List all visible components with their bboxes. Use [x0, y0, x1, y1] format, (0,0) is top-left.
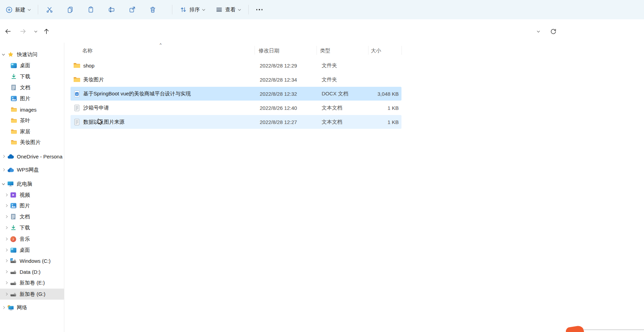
arrow-up-icon	[43, 28, 50, 35]
chevron-right-icon[interactable]	[2, 155, 5, 158]
sidebar-item-new-volume-g[interactable]: 新加卷 (G:)	[0, 289, 68, 300]
sidebar-item-quick-access[interactable]: 快速访问	[0, 49, 65, 60]
sidebar-item-label: 新加卷 (E:)	[20, 280, 45, 286]
new-button[interactable]: 新建	[3, 3, 33, 16]
desktop-icon	[10, 62, 17, 69]
navigation-pane: 快速访问 桌面 下载 文档 图片 images 茶叶 家居 美妆图片	[0, 43, 64, 332]
sidebar-item-label: 视频	[20, 192, 30, 198]
chevron-down-icon	[34, 29, 37, 32]
file-row-selected[interactable]: W 基于SpringBoot vue的美妆商城平台设计与实现 2022/8/28…	[71, 87, 401, 101]
chevron-right-icon[interactable]	[5, 238, 8, 240]
sidebar-item-label: 图片	[20, 95, 30, 102]
forward-button[interactable]	[17, 25, 29, 37]
share-button[interactable]	[126, 3, 138, 16]
file-date: 2022/8/28 12:32	[260, 87, 297, 101]
sidebar-item-desktop-pinned[interactable]: 桌面	[0, 60, 74, 71]
download-icon	[10, 73, 17, 80]
chevron-right-icon[interactable]	[5, 215, 8, 218]
folder-icon	[10, 139, 17, 146]
copy-button[interactable]	[64, 3, 76, 16]
chevron-right-icon[interactable]	[2, 168, 5, 171]
sidebar-item-downloads[interactable]: 下载	[0, 222, 68, 233]
column-separator[interactable]	[255, 46, 255, 55]
file-type: DOCX 文档	[322, 87, 348, 101]
view-lines-icon	[216, 6, 223, 13]
sidebar-item-label: OneDrive - Persona	[17, 154, 63, 159]
onedrive-cloud-icon	[7, 153, 14, 160]
sidebar-item-new-volume-e[interactable]: 新加卷 (E:)	[0, 277, 68, 288]
chevron-right-icon[interactable]	[5, 270, 8, 273]
sidebar-item-beauty-pictures[interactable]: 美妆图片	[0, 137, 74, 148]
paste-button[interactable]	[85, 3, 97, 16]
refresh-icon	[550, 28, 557, 35]
sidebar-item-home-furnishing[interactable]: 家居	[0, 126, 74, 137]
cut-button[interactable]	[43, 3, 56, 16]
file-name: 美妆图片	[83, 76, 104, 83]
chevron-right-icon[interactable]	[5, 249, 8, 251]
view-button[interactable]: 查看	[213, 3, 244, 16]
sidebar-item-this-pc[interactable]: 此电脑	[0, 178, 65, 189]
sort-button[interactable]: 排序	[177, 3, 208, 16]
column-header-name[interactable]: 名称	[82, 48, 93, 54]
file-type: 文本文档	[322, 101, 342, 115]
chevron-down-icon[interactable]	[2, 182, 5, 185]
chevron-right-icon[interactable]	[5, 293, 8, 295]
sidebar-item-documents[interactable]: 文档	[0, 211, 68, 222]
address-dropdown-button[interactable]	[533, 25, 544, 37]
plus-circle-icon	[6, 7, 12, 13]
sidebar-item-music[interactable]: ♪ 音乐	[0, 234, 68, 245]
sidebar-item-downloads-pinned[interactable]: 下载	[0, 71, 74, 82]
sidebar-item-onedrive[interactable]: OneDrive - Persona	[0, 151, 65, 162]
sidebar-item-videos[interactable]: 视频	[0, 189, 68, 200]
column-separator[interactable]	[401, 46, 402, 55]
file-row[interactable]: 沙箱号申请 2022/8/26 12:40 文本文档 1 KB	[71, 101, 401, 115]
sort-ascending-caret-icon: ^	[160, 43, 162, 47]
refresh-button[interactable]	[548, 25, 559, 37]
sidebar-item-tea[interactable]: 茶叶	[0, 115, 74, 126]
chevron-right-icon[interactable]	[5, 259, 8, 262]
folder-icon	[10, 128, 17, 135]
word-document-icon: W	[73, 90, 80, 97]
chevron-down-icon[interactable]	[2, 52, 5, 55]
sidebar-item-data-d[interactable]: Data (D:)	[0, 266, 68, 277]
more-options-button[interactable]	[253, 3, 266, 16]
sidebar-item-windows-c[interactable]: Windows (C:)	[0, 255, 68, 266]
column-header-size[interactable]: 大小	[371, 48, 381, 54]
column-header-date[interactable]: 修改日期	[259, 48, 279, 54]
sidebar-item-desktop[interactable]: 桌面	[0, 245, 68, 256]
column-header-type[interactable]: 类型	[320, 48, 330, 54]
back-button[interactable]	[2, 25, 14, 37]
column-separator[interactable]	[368, 46, 368, 55]
chevron-down-icon	[202, 8, 205, 10]
sidebar-item-label: 桌面	[20, 62, 30, 69]
recent-locations-button[interactable]	[32, 25, 40, 37]
sidebar-item-wps-cloud[interactable]: WPS网盘	[0, 164, 65, 175]
file-row[interactable]: shop 2022/8/28 12:29 文件夹	[71, 59, 401, 72]
chevron-right-icon[interactable]	[5, 281, 8, 284]
sidebar-item-pictures-pinned[interactable]: 图片	[0, 93, 74, 104]
file-date: 2022/8/28 12:27	[260, 115, 297, 129]
sidebar-item-images[interactable]: images	[0, 104, 74, 115]
file-row-hovered[interactable]: 数据以及图片来源 2022/8/28 12:27 文本文档 1 KB	[71, 115, 401, 129]
sidebar-item-label: images	[20, 107, 36, 113]
sidebar-item-label: WPS网盘	[17, 167, 39, 173]
chevron-right-icon[interactable]	[2, 306, 5, 309]
sidebar-item-pictures[interactable]: 图片	[0, 200, 68, 211]
column-separator[interactable]	[316, 46, 317, 55]
share-icon	[128, 6, 136, 13]
chevron-right-icon[interactable]	[5, 194, 8, 196]
sidebar-item-network[interactable]: 网络	[0, 302, 65, 313]
sort-button-label: 排序	[190, 7, 200, 13]
up-button[interactable]	[41, 25, 52, 37]
sidebar-item-label: 新加卷 (G:)	[20, 291, 45, 298]
sidebar-item-documents-pinned[interactable]: 文档	[0, 82, 74, 93]
sidebar-item-label: 图片	[20, 203, 30, 209]
chevron-right-icon[interactable]	[5, 226, 8, 229]
pictures-icon	[10, 203, 17, 209]
delete-button[interactable]	[147, 3, 159, 16]
file-row[interactable]: 美妆图片 2022/8/28 12:34 文件夹	[71, 73, 401, 86]
sidebar-item-label: 文档	[20, 84, 30, 91]
rename-button[interactable]	[105, 3, 118, 16]
chevron-right-icon[interactable]	[5, 204, 8, 207]
sidebar-item-label: 美妆图片	[20, 139, 41, 146]
